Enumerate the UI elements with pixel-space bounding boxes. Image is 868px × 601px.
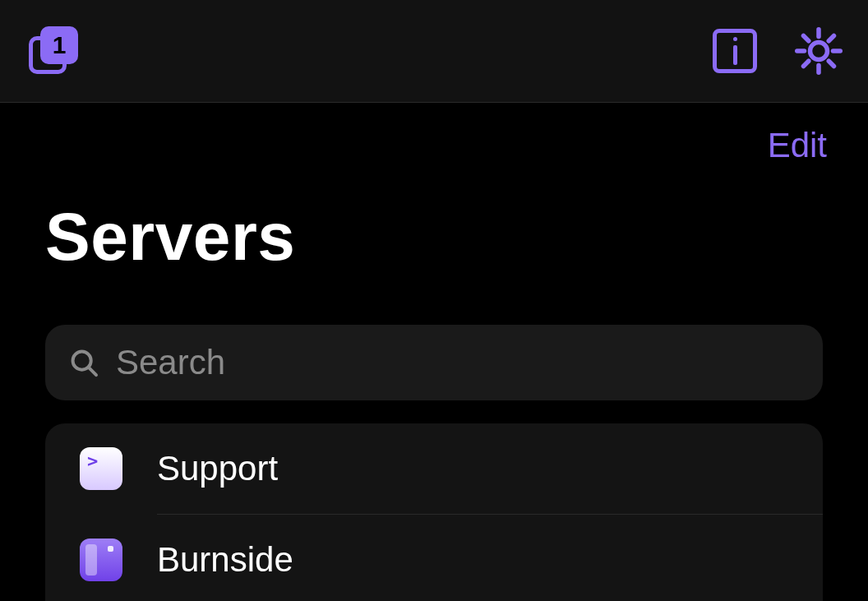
server-label: Burnside — [157, 540, 293, 580]
server-label: Support — [157, 449, 278, 488]
svg-line-5 — [804, 36, 809, 41]
svg-line-10 — [89, 368, 96, 375]
terminal-icon — [80, 447, 122, 490]
tabs-count-badge: 1 — [40, 26, 78, 64]
svg-line-7 — [804, 61, 809, 66]
search-field[interactable] — [45, 325, 823, 400]
tabs-count: 1 — [53, 31, 67, 59]
search-icon — [68, 347, 99, 378]
server-list: Support Burnside — [45, 423, 823, 601]
server-item-support[interactable]: Support — [45, 423, 823, 514]
server-item-burnside[interactable]: Burnside — [45, 515, 823, 601]
toolbar-left: 1 — [29, 26, 78, 76]
edit-button[interactable]: Edit — [768, 126, 827, 165]
info-icon — [733, 37, 737, 65]
svg-line-8 — [829, 36, 833, 41]
gear-icon — [794, 26, 843, 76]
settings-button[interactable] — [794, 26, 843, 76]
page-title: Servers — [0, 165, 868, 275]
toolbar: 1 — [0, 0, 868, 103]
edit-bar: Edit — [0, 103, 868, 165]
svg-line-6 — [829, 61, 833, 66]
tabs-button[interactable]: 1 — [29, 26, 78, 76]
search-input[interactable] — [116, 343, 800, 382]
panel-icon — [80, 539, 122, 581]
svg-point-0 — [810, 43, 828, 60]
info-button[interactable] — [713, 29, 757, 73]
toolbar-right — [713, 26, 843, 76]
